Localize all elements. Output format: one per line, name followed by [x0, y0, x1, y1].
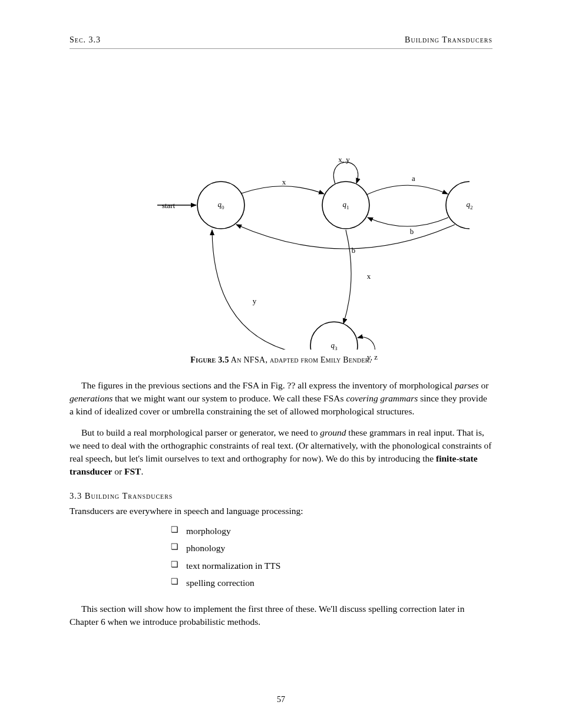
edge-q2-q0: b [339, 246, 368, 255]
figure-caption-text: An NFSA, adapted from Emily Bender. [229, 355, 372, 364]
applications-list: morphology phonology text normalization … [70, 522, 492, 592]
edge-q3-q0: y [240, 297, 269, 306]
node-q0: q0 [197, 200, 244, 210]
paragraph-2: But to build a real morphological parser… [70, 426, 492, 478]
figure-number: Figure 3.5 [190, 355, 229, 364]
label-start: start [154, 201, 183, 210]
node-q1: q1 [322, 200, 369, 210]
list-item: spelling correction [171, 574, 492, 591]
section-heading: 3.3 Building Transducers [70, 491, 492, 501]
edge-q0-q1: x [269, 177, 299, 187]
edge-q1-q2: a [399, 174, 428, 183]
list-item: text normalization in TTS [171, 557, 492, 574]
figure-caption: Figure 3.5 An NFSA, adapted from Emily B… [70, 355, 492, 365]
list-item: morphology [171, 522, 492, 539]
page-number: 57 [0, 695, 562, 704]
edge-q2-q1: b [397, 227, 427, 236]
edge-q1-q3: x [354, 272, 384, 281]
node-q3: q3 [310, 341, 358, 351]
edge-q1-self: x, y [329, 155, 359, 164]
header-left: Sec. 3.3 [70, 35, 101, 45]
page-header: Sec. 3.3 Building Transducers [70, 35, 492, 49]
nfsa-figure: q0 q1 q2 q3 start x x, y a b b x y, z y [92, 73, 470, 350]
list-item: phonology [171, 539, 492, 556]
header-right: Building Transducers [405, 35, 492, 45]
edge-q3-self: y, z [355, 353, 390, 362]
nfsa-svg [92, 73, 470, 350]
paragraph-final: This section will show how to implement … [70, 602, 492, 628]
paragraph-1: The figures in the previous sections and… [70, 379, 492, 418]
lead-sentence: Transducers are everywhere in speech and… [70, 505, 492, 518]
node-q2: q2 [446, 200, 493, 210]
